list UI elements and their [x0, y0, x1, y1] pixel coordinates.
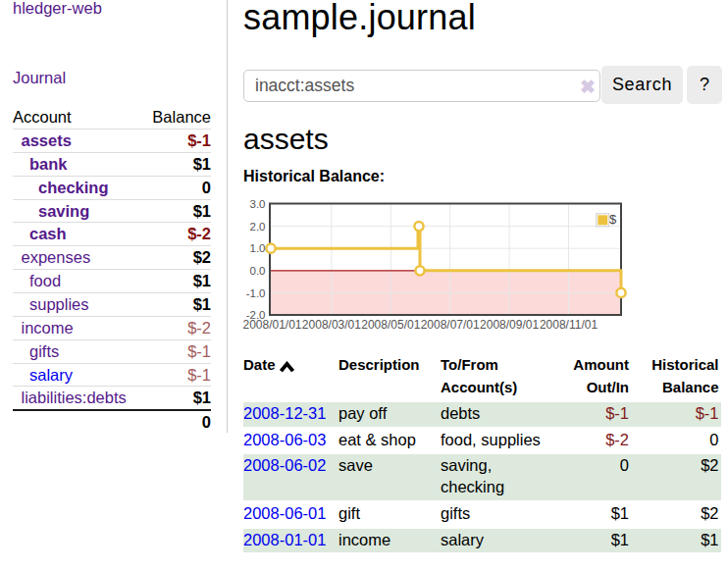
svg-text:2008/11/01: 2008/11/01 [540, 318, 598, 332]
svg-text:2008/05/01: 2008/05/01 [361, 318, 420, 332]
svg-text:2008/01/01: 2008/01/01 [242, 318, 301, 332]
svg-text:2008/09/01: 2008/09/01 [480, 318, 539, 332]
svg-text:2008/07/01: 2008/07/01 [421, 318, 480, 332]
svg-text:1.0: 1.0 [250, 242, 266, 254]
svg-text:2008/03/01: 2008/03/01 [302, 318, 361, 332]
svg-text:-1.0: -1.0 [246, 287, 266, 299]
svg-text:3.0: 3.0 [250, 198, 266, 210]
svg-text:$: $ [609, 212, 617, 227]
svg-text:0.0: 0.0 [250, 265, 266, 277]
svg-text:2.0: 2.0 [250, 221, 266, 233]
